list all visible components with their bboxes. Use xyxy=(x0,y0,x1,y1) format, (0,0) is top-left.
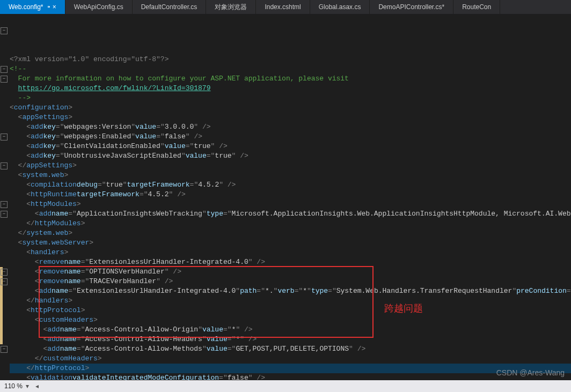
code-line[interactable]: </customHeaders> xyxy=(10,354,571,364)
editor-area: −−−−−−−−−− 跨越问题 <?xml version="1.0" enco… xyxy=(0,14,571,380)
tab-1[interactable]: WebApiConfig.cs xyxy=(65,0,133,14)
tab-2[interactable]: DefaultController.cs xyxy=(133,0,207,14)
code-line[interactable]: --> xyxy=(10,93,571,103)
code-line[interactable]: <add key="UnobtrusiveJavaScriptEnabled" … xyxy=(10,151,571,161)
code-line[interactable]: <remove name="TRACEVerbHandler" /> xyxy=(10,277,571,286)
code-line[interactable]: <add key="webpages:Version" value="3.0.0… xyxy=(10,122,571,132)
tab-4[interactable]: Index.cshtml xyxy=(256,0,310,14)
code-line[interactable]: <appSettings> xyxy=(10,113,571,122)
code-line[interactable]: <add name="Access-Control-Allow-Headers"… xyxy=(10,335,571,344)
code-line[interactable]: <add key="ClientValidationEnabled" value… xyxy=(10,142,571,151)
tab-bar: Web.config* ⁍ ×WebApiConfig.csDefaultCon… xyxy=(0,0,571,14)
code-line[interactable]: </appSettings> xyxy=(10,161,571,171)
code-line[interactable]: <system.web> xyxy=(10,171,571,180)
code-line[interactable]: <system.webServer> xyxy=(10,238,571,248)
code-line[interactable]: <handlers> xyxy=(10,248,571,257)
fold-toggle[interactable]: − xyxy=(1,162,8,169)
code-line[interactable]: <httpRuntime targetFramework="4.5.2" /> xyxy=(10,190,571,199)
fold-toggle[interactable]: − xyxy=(1,201,8,208)
visual-studio-window: Web.config* ⁍ ×WebApiConfig.csDefaultCon… xyxy=(0,0,571,392)
code-line[interactable]: <add name="ApplicationInsightsWebTrackin… xyxy=(10,209,571,219)
code-line[interactable]: <httpModules> xyxy=(10,199,571,209)
status-bar: 110 % ▾ ◂ xyxy=(0,380,571,392)
code-line[interactable]: <add name="Access-Control-Allow-Origin" … xyxy=(10,325,571,335)
tab-5[interactable]: Global.asax.cs xyxy=(310,0,370,14)
fold-toggle[interactable]: − xyxy=(1,134,8,140)
code-line[interactable]: <remove name="OPTIONSVerbHandler" /> xyxy=(10,267,571,277)
fold-toggle[interactable]: − xyxy=(1,211,8,218)
code-line[interactable]: <httpProtocol> xyxy=(10,306,571,315)
code-line[interactable]: <?xml version="1.0" encoding="utf-8"?> xyxy=(10,55,571,64)
pin-close-icon[interactable]: ⁍ × xyxy=(47,3,56,11)
code-line[interactable]: <customHeaders> xyxy=(10,315,571,325)
code-line[interactable]: <compilation debug="true" targetFramewor… xyxy=(10,180,571,190)
outline-gutter: −−−−−−−−−− xyxy=(0,14,8,380)
code-line[interactable]: https://go.microsoft.com/fwlink/?LinkId=… xyxy=(10,84,571,93)
code-line[interactable]: </system.web> xyxy=(10,228,571,238)
code-line[interactable]: </handlers> xyxy=(10,296,571,306)
tab-3[interactable]: 对象浏览器 xyxy=(206,0,256,14)
code-line[interactable]: <remove name="ExtensionlessUrlHandler-In… xyxy=(10,257,571,267)
watermark: CSDN @Ares-Wang xyxy=(496,368,565,377)
zoom-dropdown-icon[interactable]: ▾ xyxy=(23,382,32,390)
code-line[interactable]: <add key="webpages:Enabled" value="false… xyxy=(10,132,571,142)
zoom-level[interactable]: 110 % xyxy=(4,382,23,390)
annotation-text: 跨越问题 xyxy=(384,304,423,313)
code-line[interactable]: </httpModules> xyxy=(10,219,571,228)
tab-0[interactable]: Web.config* ⁍ × xyxy=(0,0,65,14)
code-line[interactable]: </httpProtocol> xyxy=(10,364,571,373)
code-line[interactable]: <validation validateIntegratedModeConfig… xyxy=(10,373,571,380)
code-line[interactable]: For more information on how to configure… xyxy=(10,74,571,84)
code-line[interactable]: <configuration> xyxy=(10,103,571,113)
fold-toggle[interactable]: − xyxy=(1,66,8,73)
code-line[interactable]: <!-- xyxy=(10,64,571,74)
code-view[interactable]: 跨越问题 <?xml version="1.0" encoding="utf-8… xyxy=(8,14,571,380)
h-scroll-left-icon[interactable]: ◂ xyxy=(32,382,42,390)
fold-toggle[interactable]: − xyxy=(1,76,8,83)
fold-toggle[interactable]: − xyxy=(1,346,8,353)
fold-toggle[interactable]: − xyxy=(1,278,8,285)
doc-link[interactable]: https://go.microsoft.com/fwlink/?LinkId=… xyxy=(18,84,211,93)
code-line[interactable]: <add name="ExtensionlessUrlHandler-Integ… xyxy=(10,286,571,296)
code-line[interactable]: <add name="Access-Control-Allow-Methods"… xyxy=(10,344,571,354)
tab-6[interactable]: DemoAPIController.cs* xyxy=(370,0,453,14)
fold-toggle[interactable]: − xyxy=(1,27,8,34)
fold-toggle[interactable]: − xyxy=(1,269,8,276)
tab-7[interactable]: RouteCon xyxy=(453,0,500,14)
